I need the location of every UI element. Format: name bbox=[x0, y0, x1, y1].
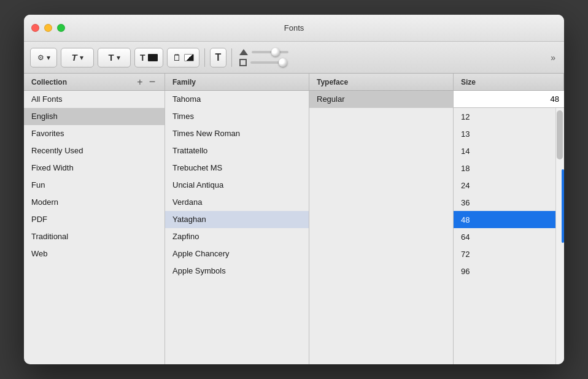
size-column: 12131418243648647296 bbox=[454, 91, 564, 364]
typeface-header-label: Typeface bbox=[317, 78, 348, 86]
close-button[interactable] bbox=[31, 24, 39, 32]
size-list-wrapper: 12131418243648647296 bbox=[454, 108, 564, 364]
columns-wrapper: Collection + − Family Typeface Size All … bbox=[24, 74, 564, 364]
family-item[interactable]: Apple Symbols bbox=[165, 262, 309, 280]
family-item[interactable]: Trattatello bbox=[165, 142, 309, 159]
expand-button[interactable]: » bbox=[548, 50, 558, 65]
size-item[interactable]: 12 bbox=[454, 108, 555, 125]
titlebar: Fonts bbox=[24, 15, 564, 42]
slider-row-1 bbox=[239, 49, 288, 55]
slider-2[interactable] bbox=[250, 61, 287, 64]
typeface-column-header: Typeface bbox=[309, 74, 454, 90]
text-plain-button[interactable]: T bbox=[210, 48, 227, 67]
family-item[interactable]: Times bbox=[165, 108, 309, 125]
text-color-button[interactable]: T ▾ bbox=[61, 48, 94, 67]
black-rect-icon bbox=[148, 54, 158, 61]
window-title: Fonts bbox=[284, 23, 304, 33]
text-style-chevron-icon: ▾ bbox=[117, 53, 120, 62]
square-icon bbox=[239, 59, 247, 66]
toolbar-separator bbox=[204, 48, 205, 67]
text-style-button[interactable]: T ▾ bbox=[98, 48, 131, 67]
typeface-column: Regular bbox=[309, 91, 454, 364]
slider-2-thumb[interactable] bbox=[279, 58, 287, 67]
collection-item[interactable]: English bbox=[24, 108, 164, 125]
traffic-lights bbox=[31, 24, 65, 32]
family-item[interactable]: Times New Roman bbox=[165, 125, 309, 142]
size-item[interactable]: 96 bbox=[454, 262, 555, 280]
family-header-label: Family bbox=[172, 78, 196, 86]
collection-item[interactable]: Fun bbox=[24, 177, 164, 194]
fonts-window: Fonts ⚙ ▾ T ▾ T ▾ T 🗒 T bbox=[24, 15, 564, 364]
family-item[interactable]: Tahoma bbox=[165, 91, 309, 108]
size-item[interactable]: 24 bbox=[454, 177, 555, 194]
collection-item[interactable]: Favorites bbox=[24, 125, 164, 142]
collection-column-header: Collection + − bbox=[24, 74, 165, 90]
collection-item[interactable]: Recently Used bbox=[24, 142, 164, 159]
add-collection-button[interactable]: + bbox=[135, 77, 145, 87]
size-list: 12131418243648647296 bbox=[454, 108, 564, 364]
gear-icon: ⚙ bbox=[37, 53, 44, 62]
plain-T-icon: T bbox=[108, 52, 114, 63]
remove-collection-button[interactable]: − bbox=[147, 77, 157, 87]
text-color-chevron-icon: ▾ bbox=[80, 53, 83, 62]
family-item[interactable]: Zapfino bbox=[165, 228, 309, 245]
size-input[interactable] bbox=[458, 94, 559, 104]
collection-item[interactable]: Modern bbox=[24, 194, 164, 211]
size-column-header: Size bbox=[454, 74, 564, 90]
collection-column: All FontsEnglishFavoritesRecently UsedFi… bbox=[24, 91, 165, 364]
size-item[interactable]: 64 bbox=[454, 228, 555, 245]
family-column: TahomaTimesTimes New RomanTrattatelloTre… bbox=[165, 91, 309, 364]
size-input-row bbox=[454, 91, 564, 108]
doc-icon: 🗒 bbox=[172, 52, 182, 63]
bg-T-icon: T bbox=[140, 53, 145, 63]
size-scrollbar[interactable] bbox=[555, 108, 564, 364]
size-item[interactable]: 36 bbox=[454, 194, 555, 211]
slider-1-thumb[interactable] bbox=[271, 48, 280, 56]
slider-1[interactable] bbox=[252, 51, 288, 53]
triangle-icon bbox=[239, 49, 248, 55]
toolbar-separator-2 bbox=[231, 48, 232, 67]
columns-header: Collection + − Family Typeface Size bbox=[24, 74, 564, 91]
collection-header-label: Collection bbox=[31, 78, 67, 86]
text-document-button[interactable]: 🗒 bbox=[167, 48, 199, 67]
size-header-label: Size bbox=[461, 78, 476, 86]
collection-header-actions: + − bbox=[135, 77, 157, 87]
angle-rect-icon bbox=[184, 54, 194, 61]
minimize-button[interactable] bbox=[44, 24, 52, 32]
typeface-item[interactable]: Regular bbox=[309, 91, 453, 108]
sliders-group bbox=[239, 49, 288, 66]
maximize-button[interactable] bbox=[57, 24, 65, 32]
text-background-button[interactable]: T bbox=[134, 48, 163, 67]
collection-item[interactable]: Web bbox=[24, 245, 164, 262]
family-item[interactable]: Trebuchet MS bbox=[165, 159, 309, 177]
slider-row-2 bbox=[239, 59, 288, 66]
family-item[interactable]: Yataghan bbox=[165, 211, 309, 228]
toolbar: ⚙ ▾ T ▾ T ▾ T 🗒 T bbox=[24, 42, 564, 74]
list-area: All FontsEnglishFavoritesRecently UsedFi… bbox=[24, 91, 564, 364]
size-item[interactable]: 48 bbox=[454, 211, 555, 228]
gear-button[interactable]: ⚙ ▾ bbox=[30, 48, 57, 67]
size-item[interactable]: 14 bbox=[454, 142, 555, 159]
size-item[interactable]: 72 bbox=[454, 245, 555, 262]
collection-item[interactable]: Fixed Width bbox=[24, 159, 164, 177]
collection-item[interactable]: All Fonts bbox=[24, 91, 164, 108]
gear-chevron-icon: ▾ bbox=[47, 53, 50, 62]
family-item[interactable]: Verdana bbox=[165, 194, 309, 211]
italic-T-icon: T bbox=[71, 52, 77, 63]
size-item[interactable]: 18 bbox=[454, 159, 555, 177]
family-item[interactable]: Uncial Antiqua bbox=[165, 177, 309, 194]
family-item[interactable]: Apple Chancery bbox=[165, 245, 309, 262]
collection-item[interactable]: PDF bbox=[24, 211, 164, 228]
size-scrollbar-blue-indicator bbox=[562, 169, 564, 243]
size-scrollbar-thumb[interactable] bbox=[557, 110, 563, 159]
size-item[interactable]: 13 bbox=[454, 125, 555, 142]
collection-item[interactable]: Traditional bbox=[24, 228, 164, 245]
t-plain-icon: T bbox=[215, 52, 222, 63]
family-column-header: Family bbox=[165, 74, 309, 90]
